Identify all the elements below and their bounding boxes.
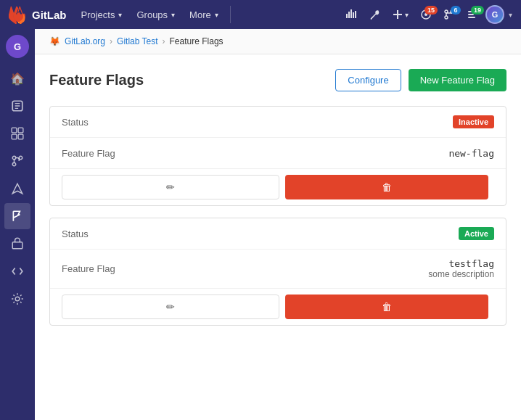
svg-rect-17 xyxy=(18,134,23,139)
header-actions: Configure New Feature Flag xyxy=(335,69,506,91)
flag-card-2: Status Active Feature Flag testflagsome … xyxy=(49,218,506,326)
issues-icon-btn[interactable]: 15 xyxy=(416,6,436,23)
svg-point-8 xyxy=(445,16,448,19)
status-badge: Inactive xyxy=(453,115,494,128)
svg-point-18 xyxy=(12,156,16,160)
svg-rect-1 xyxy=(348,12,350,18)
sidebar-item-flags[interactable] xyxy=(4,203,30,229)
chevron-down-icon: ▾ xyxy=(171,11,175,19)
delete-flag-button[interactable]: 🗑 xyxy=(285,175,488,199)
sidebar-item-packages[interactable] xyxy=(4,231,30,257)
svg-point-19 xyxy=(12,162,16,166)
status-label: Status xyxy=(62,228,89,239)
sidebar-item-merge[interactable] xyxy=(4,148,30,174)
flag-action-buttons: ✏ 🗑 xyxy=(50,289,506,325)
nav-divider xyxy=(230,6,231,23)
plus-chevron-icon: ▾ xyxy=(405,11,409,19)
configure-button[interactable]: Configure xyxy=(335,69,401,91)
svg-rect-14 xyxy=(12,128,17,133)
svg-rect-15 xyxy=(18,128,23,133)
feature-flag-value: new-flag xyxy=(448,147,494,160)
sidebar-item-issues[interactable] xyxy=(4,93,30,119)
feature-flag-value: testflagsome description xyxy=(428,258,494,279)
breadcrumb-sep-2: › xyxy=(163,36,165,46)
breadcrumb-project-link[interactable]: Gitlab Test xyxy=(117,36,157,46)
issues-badge: 15 xyxy=(424,6,438,15)
nav-projects[interactable]: Projects ▾ xyxy=(75,7,128,23)
flag-status-row: Status Inactive xyxy=(50,107,506,138)
breadcrumb-sep-1: › xyxy=(110,36,112,46)
breadcrumb: 🦊 GitLab.org › Gitlab Test › Feature Fla… xyxy=(35,29,521,54)
top-navigation: GitLab Projects ▾ Groups ▾ More ▾ ▾ 15 6… xyxy=(0,0,521,29)
svg-point-22 xyxy=(15,297,20,301)
mr-badge: 6 xyxy=(451,6,461,15)
sidebar-avatar[interactable]: G xyxy=(6,35,29,58)
user-avatar[interactable]: G xyxy=(485,5,504,24)
feature-flag-label: Feature Flag xyxy=(62,263,115,274)
flags-list: Status Inactive Feature Flag new-flag ✏ … xyxy=(49,106,506,326)
gitlab-favicon-icon: 🦊 xyxy=(49,36,60,46)
sidebar-item-home[interactable]: 🏠 xyxy=(4,65,30,91)
svg-rect-21 xyxy=(12,242,22,249)
plus-icon-btn[interactable]: ▾ xyxy=(387,6,413,23)
activity-icon-btn[interactable] xyxy=(341,6,361,23)
svg-rect-16 xyxy=(12,134,17,139)
nav-more[interactable]: More ▾ xyxy=(184,7,224,23)
feature-flag-label: Feature Flag xyxy=(62,148,115,159)
page-title: Feature Flags xyxy=(49,72,144,88)
edit-flag-button[interactable]: ✏ xyxy=(62,175,279,199)
gitlab-name: GitLab xyxy=(32,9,67,21)
delete-flag-button[interactable]: 🗑 xyxy=(285,295,488,319)
flag-name-row: Feature Flag new-flag xyxy=(50,138,506,169)
svg-rect-12 xyxy=(468,17,475,18)
chevron-down-icon: ▾ xyxy=(118,11,122,19)
left-sidebar: G 🏠 xyxy=(0,29,35,420)
flag-name-row: Feature Flag testflagsome description xyxy=(50,250,506,289)
sidebar-item-snippets[interactable] xyxy=(4,258,30,284)
user-menu-chevron-icon[interactable]: ▾ xyxy=(509,11,512,19)
status-label: Status xyxy=(62,117,89,128)
main-content: 🦊 GitLab.org › Gitlab Test › Feature Fla… xyxy=(35,29,521,420)
status-badge: Active xyxy=(459,227,494,240)
flag-card-1: Status Inactive Feature Flag new-flag ✏ … xyxy=(49,106,506,206)
todos-icon-btn[interactable]: 19 xyxy=(462,6,483,23)
sidebar-item-deployments[interactable] xyxy=(4,176,30,202)
merge-requests-icon-btn[interactable]: 6 xyxy=(439,6,459,23)
main-layout: G 🏠 🦊 GitLab.org xyxy=(0,29,521,420)
sidebar-item-settings[interactable] xyxy=(4,286,30,312)
gitlab-logo[interactable]: GitLab xyxy=(9,5,67,24)
wrench-icon-btn[interactable] xyxy=(364,6,385,23)
nav-groups[interactable]: Groups ▾ xyxy=(131,7,181,23)
svg-rect-3 xyxy=(353,12,354,18)
page-header: Feature Flags Configure New Feature Flag xyxy=(49,69,506,91)
svg-rect-2 xyxy=(350,9,352,18)
breadcrumb-gitlab-link[interactable]: GitLab.org xyxy=(65,36,105,46)
page-content: Feature Flags Configure New Feature Flag… xyxy=(35,54,521,352)
todos-badge: 19 xyxy=(471,6,484,15)
sidebar-item-boards[interactable] xyxy=(4,120,30,147)
breadcrumb-current: Feature Flags xyxy=(170,36,223,46)
edit-flag-button[interactable]: ✏ xyxy=(62,295,279,319)
flag-status-row: Status Active xyxy=(50,218,506,250)
flag-action-buttons: ✏ 🗑 xyxy=(50,169,506,205)
svg-rect-0 xyxy=(346,14,348,18)
new-feature-flag-button[interactable]: New Feature Flag xyxy=(409,69,506,91)
svg-rect-4 xyxy=(355,11,356,18)
chevron-down-icon: ▾ xyxy=(215,11,218,19)
